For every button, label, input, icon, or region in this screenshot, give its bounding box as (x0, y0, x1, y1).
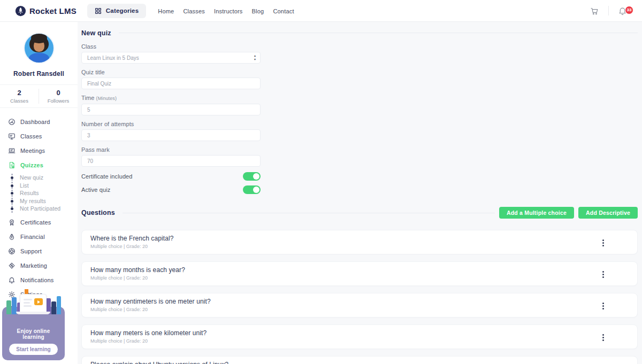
promo-text: Enjoy online learning (5, 328, 62, 340)
attempts-input[interactable] (81, 129, 261, 141)
marketing-icon (8, 262, 16, 269)
stat-classes: 2 Classes (0, 89, 39, 104)
learning-illustration-icon (2, 293, 65, 326)
submenu-new-quiz[interactable]: New quiz (12, 174, 78, 182)
quizzes-icon (8, 161, 16, 169)
pass-mark-input[interactable] (81, 155, 261, 167)
sidebar-item-support[interactable]: Support (0, 244, 78, 259)
question-card: How many months is each year? Multiple c… (81, 261, 638, 286)
financial-icon (8, 233, 16, 241)
pass-mark-label: Pass mark (81, 146, 261, 153)
nav-classes[interactable]: Classes (183, 8, 205, 14)
class-label: Class (81, 43, 261, 50)
categories-button[interactable]: Categories (87, 4, 146, 18)
avatar[interactable] (24, 33, 55, 64)
time-label: Time (Minutes) (81, 95, 261, 102)
profile-stats: 2 Classes 0 Followers (0, 84, 78, 108)
certificate-icon (8, 219, 16, 226)
brand-name: Rocket LMS (29, 6, 77, 16)
classes-icon (8, 133, 16, 140)
question-menu-icon[interactable] (599, 333, 607, 343)
stat-followers: 0 Followers (39, 89, 78, 104)
notification-badge: 33 (625, 6, 633, 14)
submenu-not-participated[interactable]: Not Participated (12, 205, 78, 213)
promo-card: Enjoy online learning Start learning (2, 307, 65, 360)
sidebar: Robert Ransdell 2 Classes 0 Followers Da… (0, 22, 78, 364)
class-select[interactable]: Learn Linux in 5 Days (81, 52, 261, 64)
question-menu-icon[interactable] (599, 301, 607, 311)
active-quiz-label: Active quiz (81, 187, 110, 193)
new-quiz-title: New quiz (81, 29, 111, 37)
quiz-title-label: Quiz title (81, 69, 261, 75)
meetings-icon (8, 147, 16, 154)
question-card: How many centimeters is one meter unit? … (81, 293, 638, 317)
main-nav: Home Classes Instructors Blog Contact (158, 6, 294, 16)
add-multiple-choice-button[interactable]: Add a Multiple choice (499, 207, 574, 219)
grid-icon (95, 7, 102, 14)
question-card: Please explain about Ubuntu versions of … (81, 356, 638, 364)
sidebar-item-dashboard[interactable]: Dashboard (0, 114, 78, 129)
submenu-my-results[interactable]: My results (12, 197, 78, 205)
questions-list: Where is the French capital? Multiple ch… (81, 230, 638, 364)
nav-blog[interactable]: Blog (252, 8, 264, 14)
sidebar-item-notifications[interactable]: Notifications (0, 273, 78, 288)
cart-icon[interactable] (590, 6, 599, 16)
section-divider (119, 33, 638, 33)
add-descriptive-button[interactable]: Add Descriptive (578, 207, 638, 219)
attempts-label: Number of attempts (81, 121, 261, 127)
dashboard-icon (8, 118, 16, 126)
nav-instructors[interactable]: Instructors (214, 8, 243, 14)
quiz-title-input[interactable] (81, 78, 261, 89)
time-input[interactable] (81, 104, 261, 115)
top-header: Rocket LMS Categories Home Classes Instr… (0, 0, 642, 22)
sidebar-item-financial[interactable]: Financial (0, 230, 78, 244)
sidebar-item-certificates[interactable]: Certificates (0, 215, 78, 230)
question-menu-icon[interactable] (599, 238, 607, 248)
nav-contact[interactable]: Contact (273, 8, 294, 14)
question-menu-icon[interactable] (599, 270, 607, 280)
questions-title: Questions (81, 209, 115, 216)
question-card: Where is the French capital? Multiple ch… (81, 230, 638, 254)
header-divider (608, 6, 609, 16)
support-icon (8, 247, 16, 255)
certificate-label: Certificate included (81, 173, 133, 180)
sidebar-item-marketing[interactable]: Marketing (0, 259, 78, 273)
sidebar-item-meetings[interactable]: Meetings (0, 143, 78, 158)
active-quiz-toggle[interactable] (243, 185, 261, 194)
certificate-toggle[interactable] (243, 172, 261, 181)
main-content: New quiz Class Learn Linux in 5 Days ▴▾ … (78, 22, 642, 364)
quizzes-submenu: New quiz List Results My results Not Par… (12, 174, 78, 213)
bell-icon (8, 276, 16, 284)
profile-name: Robert Ransdell (0, 70, 78, 78)
question-card: How many meters is one kilometer unit? M… (81, 324, 638, 349)
sidebar-item-quizzes[interactable]: Quizzes (0, 158, 78, 172)
rocket-icon (15, 5, 26, 17)
submenu-list[interactable]: List (12, 182, 78, 190)
nav-home[interactable]: Home (158, 8, 174, 14)
start-learning-button[interactable]: Start learning (9, 344, 57, 355)
sidebar-item-classes[interactable]: Classes (0, 129, 78, 143)
submenu-results[interactable]: Results (12, 189, 78, 197)
brand-logo[interactable]: Rocket LMS (15, 5, 77, 17)
section-divider (123, 213, 495, 213)
